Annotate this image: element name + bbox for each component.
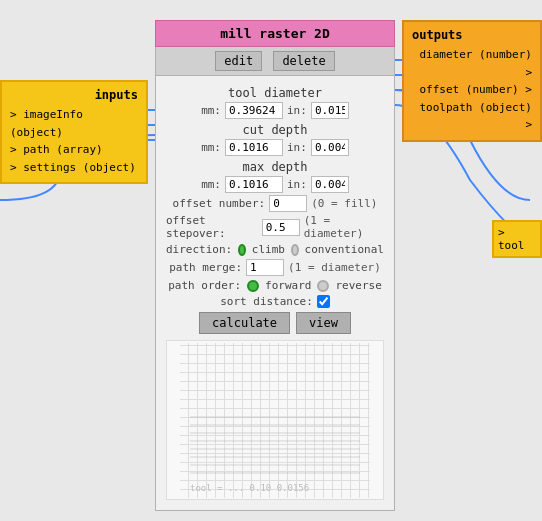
cd-mm-label: mm: [201,141,221,154]
input-item-1: > imageInfo (object) [10,106,138,141]
svg-text:tool = ...  0.10  0.0156: tool = ... 0.10 0.0156 [190,483,309,493]
tool-diameter-row: mm: in: [166,102,384,119]
button-row: calculate view [166,312,384,334]
output-item-1: diameter (number) > [412,46,532,81]
md-mm-input[interactable] [225,176,283,193]
edit-bar: edit delete [155,47,395,76]
climb-radio[interactable] [238,244,246,256]
output-item-3: toolpath (object) > [412,99,532,134]
cut-depth-label: cut depth [166,123,384,137]
forward-label: forward [265,279,311,292]
delete-button[interactable]: delete [273,51,334,71]
path-merge-input[interactable] [246,259,284,276]
calculate-button[interactable]: calculate [199,312,290,334]
view-button[interactable]: view [296,312,351,334]
md-in-input[interactable] [311,176,349,193]
input-item-3: > settings (object) [10,159,138,177]
path-order-row: path order: forward reverse [166,279,384,292]
cut-depth-row: mm: in: [166,139,384,156]
td-mm-label: mm: [201,104,221,117]
td-in-input[interactable] [311,102,349,119]
offset-number-input[interactable] [269,195,307,212]
td-in-label: in: [287,104,307,117]
max-depth-label: max depth [166,160,384,174]
pm-hint: (1 = diameter) [288,261,381,274]
direction-row: direction: climb conventional [166,243,384,256]
offset-number-row: offset number: (0 = fill) [166,195,384,212]
edit-button[interactable]: edit [215,51,262,71]
md-in-label: in: [287,178,307,191]
sd-label: sort distance: [220,295,313,308]
offset-stepover-input[interactable] [262,219,300,236]
cd-in-label: in: [287,141,307,154]
dir-label: direction: [166,243,232,256]
panel-title: mill raster 2D [155,20,395,47]
climb-label: climb [252,243,285,256]
inputs-title: inputs [10,88,138,102]
reverse-label: reverse [335,279,381,292]
forward-radio[interactable] [247,280,259,292]
path-merge-row: path merge: (1 = diameter) [166,259,384,276]
cd-mm-input[interactable] [225,139,283,156]
on-hint: (0 = fill) [311,197,377,210]
pm-label: path merge: [169,261,242,274]
inputs-box: inputs > imageInfo (object) > path (arra… [0,80,148,184]
preview-canvas: tool = ... 0.10 0.0156 [180,343,370,498]
reverse-radio[interactable] [317,280,329,292]
outputs-box: outputs diameter (number) > offset (numb… [402,20,542,142]
content-area: tool diameter mm: in: cut depth mm: in: … [155,76,395,511]
input-item-2: > path (array) [10,141,138,159]
sort-distance-checkbox[interactable] [317,295,330,308]
max-depth-row: mm: in: [166,176,384,193]
main-panel: mill raster 2D edit delete tool diameter… [155,20,395,511]
md-mm-label: mm: [201,178,221,191]
conventional-label: conventional [305,243,384,256]
output-item-2: offset (number) > [412,81,532,99]
os-hint: (1 = diameter) [304,214,384,240]
po-label: path order: [168,279,241,292]
on-label: offset number: [173,197,266,210]
outputs-title: outputs [412,28,532,42]
conventional-radio[interactable] [291,244,299,256]
tool-diameter-label: tool diameter [166,86,384,100]
td-mm-input[interactable] [225,102,283,119]
tool-output-label: > tool [498,226,536,252]
os-label: offset stepover: [166,214,258,240]
sort-distance-row: sort distance: [166,295,384,308]
offset-stepover-row: offset stepover: (1 = diameter) [166,214,384,240]
preview-area: tool = ... 0.10 0.0156 [166,340,384,500]
cd-in-input[interactable] [311,139,349,156]
tool-output-box: > tool [492,220,542,258]
